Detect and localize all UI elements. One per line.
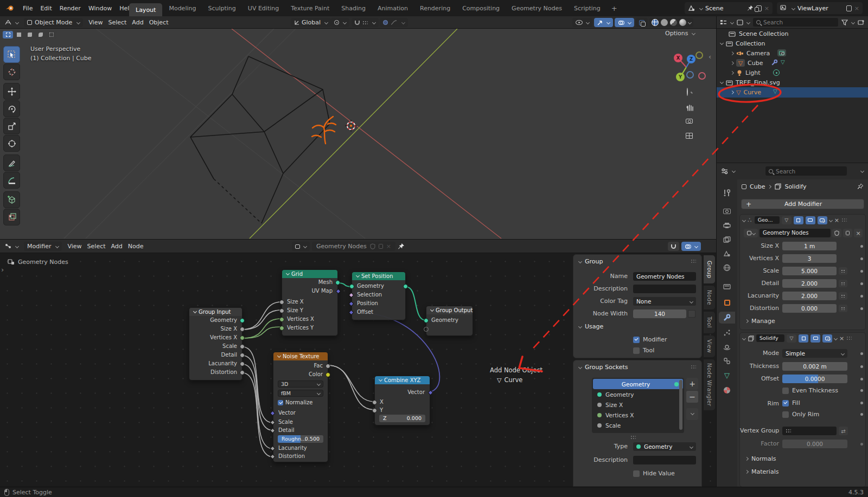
options-button[interactable]: Options (665, 30, 695, 37)
socket-groupout-extend[interactable] (424, 327, 429, 332)
pin-icon[interactable] (747, 5, 754, 11)
socket-item[interactable]: Geometry (593, 389, 683, 399)
color-tag-dropdown[interactable]: None (633, 297, 696, 306)
properties-editor-type[interactable] (721, 168, 735, 175)
tab-render[interactable] (719, 205, 735, 217)
manage-section[interactable]: Manage (745, 318, 775, 325)
gizmo-axis-x[interactable]: X (674, 54, 682, 62)
editor-type-button[interactable] (4, 19, 18, 25)
socket-distortion-out[interactable] (240, 370, 245, 375)
vp-menu-view[interactable]: View (88, 19, 103, 26)
npanel-tab-view[interactable]: View (704, 335, 715, 357)
modifier-close-icon[interactable]: × (834, 217, 839, 223)
sockets-list-resize[interactable] (630, 435, 636, 440)
node-group-output[interactable]: Group Output Geometry (426, 306, 473, 336)
modifier-close-icon[interactable]: × (839, 335, 844, 341)
gizmo-axis-z-neg[interactable] (695, 51, 703, 59)
zoom-button[interactable] (687, 88, 688, 95)
socket-fac-out[interactable] (326, 364, 330, 369)
scene-dropdown-chevron[interactable] (699, 6, 703, 10)
add-workspace-button[interactable]: + (607, 4, 622, 12)
scene-name[interactable]: Scene (705, 5, 744, 12)
tab-material[interactable] (719, 384, 735, 396)
node-group-name[interactable]: Geometry Nodes (760, 229, 831, 237)
shading-wireframe-icon[interactable] (652, 19, 659, 26)
gizmo-axis-y[interactable]: Y (676, 73, 685, 81)
properties-options-chevron[interactable] (860, 169, 864, 173)
group-panel-title[interactable]: Group (585, 258, 603, 265)
tab-modifiers[interactable] (719, 312, 735, 324)
socket-extras-button[interactable] (686, 408, 698, 420)
display-cage-toggle[interactable] (794, 216, 803, 224)
breadcrumb-object[interactable]: Cube (750, 183, 765, 190)
sockets-panel-title[interactable]: Group Sockets (585, 364, 628, 371)
socket-add-button[interactable]: + (686, 378, 698, 390)
unlink-node-group[interactable]: × (854, 229, 863, 237)
snap-magnet-icon[interactable] (355, 21, 360, 25)
blender-logo[interactable] (5, 4, 15, 12)
geometry-nodes-badge[interactable]: ▽ (781, 60, 785, 65)
distortion-field[interactable]: 0.000 (782, 304, 837, 313)
detail-field[interactable]: 2.000 (782, 279, 837, 288)
tool-add-primitive[interactable] (3, 191, 20, 208)
outliner-row-curve[interactable]: ▽ Curve ▽ (717, 87, 868, 98)
socket-remove-button[interactable]: − (686, 391, 698, 403)
socket-item[interactable]: Scale (593, 420, 683, 430)
tool-annotate[interactable] (3, 154, 20, 171)
size-x-field[interactable]: 1 m (782, 242, 837, 250)
vp-menu-add[interactable]: Add (132, 19, 143, 26)
show-gizmo-dropdown[interactable] (572, 18, 592, 27)
tab-scene[interactable] (719, 248, 735, 260)
viewlayer-selector[interactable]: ViewLayer × (777, 2, 863, 14)
normals-section[interactable]: Normals (745, 455, 776, 462)
display-edit-mode-toggle[interactable]: ▽ (787, 334, 796, 343)
only-rim-checkbox[interactable] (782, 411, 789, 418)
node-set-position-header[interactable]: Set Position (352, 272, 405, 280)
npanel-tab-node[interactable]: Node (704, 286, 715, 309)
display-realtime-toggle[interactable] (806, 216, 815, 224)
xray-toggle[interactable] (636, 18, 648, 27)
lacunarity-field[interactable]: 2.000 (782, 292, 837, 300)
new-collection-icon[interactable] (858, 19, 865, 25)
menu-render[interactable]: Render (60, 5, 81, 12)
outliner-search[interactable] (753, 18, 838, 27)
pin-id-icon[interactable] (857, 183, 864, 190)
input-attribute-toggle[interactable] (839, 292, 847, 300)
expand-chevron[interactable] (720, 41, 724, 44)
tab-view-layer[interactable] (719, 234, 735, 246)
solidify-modifier-header[interactable]: Solidify ▽ × (740, 333, 865, 344)
transform-orientation-dropdown[interactable]: Global (291, 18, 331, 27)
tool-scale[interactable] (3, 118, 20, 134)
usage-title[interactable]: Usage (585, 323, 603, 330)
tab-object[interactable] (719, 296, 735, 308)
geometry-nodes-badge[interactable]: ▽ (773, 89, 777, 94)
solidify-modifier-name[interactable]: Solidify (756, 334, 784, 342)
tool-cursor[interactable] (3, 63, 20, 80)
node-set-position[interactable]: Set Position Geometry Selection Position… (352, 272, 406, 320)
noise-roughness-slider[interactable]: Roughn...0.500 (278, 435, 323, 443)
gizmo-axis-z[interactable]: Z (687, 55, 695, 63)
socket-detail-out[interactable] (240, 353, 245, 358)
proportional-edit-icon[interactable] (383, 20, 388, 25)
tab-scripting[interactable]: Scripting (569, 5, 606, 12)
tab-animation[interactable]: Animation (372, 5, 413, 12)
menu-window[interactable]: Window (88, 5, 112, 12)
viewlayer-dropdown-chevron[interactable] (792, 6, 795, 10)
sockets-scrollbar[interactable] (679, 380, 682, 430)
group-panel-collapse[interactable] (578, 259, 582, 263)
shading-solid-icon[interactable] (661, 19, 668, 26)
node-width-extra-button[interactable] (688, 310, 695, 318)
tab-output[interactable] (719, 220, 735, 231)
expand-chevron[interactable] (730, 70, 734, 74)
tab-uv-editing[interactable]: UV Editing (242, 5, 284, 12)
socket-type-dropdown[interactable]: Geometry (633, 442, 696, 451)
tool-move[interactable] (3, 83, 20, 100)
tab-collection-props[interactable] (719, 280, 735, 292)
pan-hand-icon[interactable] (686, 103, 694, 112)
snap-target-icon[interactable] (362, 21, 368, 25)
socket-sizex-out[interactable] (240, 327, 245, 332)
tool-select-box[interactable] (3, 46, 20, 63)
noise-normalize-row[interactable]: Normalize (273, 399, 328, 405)
usage-modifier-checkbox[interactable] (633, 337, 640, 343)
npanel-tab-node-wrangler[interactable]: Node Wrangler (704, 359, 715, 410)
